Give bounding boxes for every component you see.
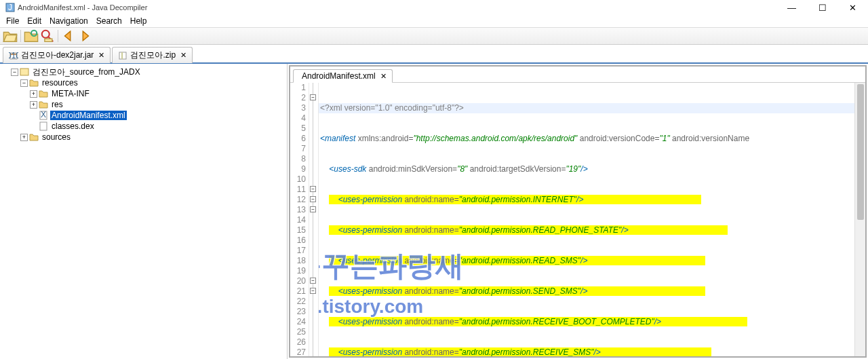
project-icon [20,67,29,77]
tab-label: 검진모아-dex2jar.jar [21,50,94,61]
tree-manifest[interactable]: X AndroidManifest.xml [3,110,284,121]
editor-tabs: X AndroidManifest.xml ✕ [290,67,865,83]
watermark-url: wezard4u.tistory.com [319,301,423,311]
file-tabs: 010 검진모아-dex2jar.jar ✕ 검진모아.zip ✕ [0,45,868,64]
search-icon[interactable] [40,29,55,43]
tree-res[interactable]: + res [3,99,284,110]
menubar: File Edit Navigation Search Help [0,15,868,27]
expand-icon[interactable]: + [30,101,37,109]
tree-root[interactable]: − 검진모아_source_from_JADX [3,67,284,77]
fold-icon[interactable]: − [310,278,316,284]
code-area[interactable]: 1234567891011121314151617181920212223242… [290,83,865,356]
line-gutter: 1234567891011121314151617181920212223242… [290,83,309,356]
titlebar: J AndroidManifest.xml - Java Decompiler … [0,0,868,15]
svg-point-3 [42,31,50,38]
svg-rect-10 [121,52,123,59]
tree-metainf[interactable]: + META-INF [3,88,284,99]
tree-sources[interactable]: + sources [3,132,284,143]
tab-jar[interactable]: 010 검진모아-dex2jar.jar ✕ [3,47,111,63]
close-icon[interactable]: ✕ [380,72,387,81]
menu-navigation[interactable]: Navigation [46,16,92,26]
open-type-icon[interactable] [24,29,39,43]
svg-rect-5 [45,39,52,41]
fold-icon[interactable]: − [310,186,316,192]
editor-tab-manifest[interactable]: X AndroidManifest.xml ✕ [293,69,393,83]
vertical-scrollbar[interactable] [854,83,865,356]
svg-rect-14 [40,122,47,130]
collapse-icon[interactable]: − [20,79,28,87]
fold-icon[interactable]: − [310,94,316,100]
tab-label: 검진모아.zip [130,50,176,61]
editor-panel: X AndroidManifest.xml ✕ 1234567891011121… [289,65,867,358]
fold-icon[interactable]: − [310,196,316,202]
editor-tab-label: AndroidManifest.xml [302,71,376,81]
folder-icon [39,100,48,109]
file-icon [39,121,48,131]
svg-rect-11 [20,69,28,75]
app-icon: J [5,3,15,12]
xml-icon: X [39,111,48,120]
open-file-icon[interactable] [3,29,18,43]
maximize-button[interactable]: ☐ [807,0,837,15]
tree-resources[interactable]: − resources [3,77,284,88]
svg-text:010: 010 [9,51,18,60]
folder-icon [29,78,39,88]
minimize-button[interactable]: — [776,0,807,15]
forward-icon[interactable] [77,29,92,43]
collapse-icon[interactable]: − [11,69,18,76]
fold-column[interactable]: − − − − − − [309,83,319,356]
tree-classes[interactable]: classes.dex [3,121,284,132]
toolbar [0,27,868,45]
menu-search[interactable]: Search [93,16,125,26]
fold-icon[interactable]: − [310,206,316,212]
menu-file[interactable]: File [3,16,22,26]
tree-panel[interactable]: − 검진모아_source_from_JADX − resources + ME… [0,64,288,359]
svg-text:X: X [41,111,46,119]
close-icon[interactable]: ✕ [180,51,186,60]
code-content[interactable]: <?xml version="1.0" encoding="utf-8"?> <… [319,83,865,356]
folder-icon [29,132,39,142]
fold-icon[interactable]: − [310,288,316,294]
folder-icon [39,89,48,98]
menu-help[interactable]: Help [127,16,151,26]
menu-edit[interactable]: Edit [24,16,45,26]
window-title: AndroidManifest.xml - Java Decompiler [18,3,147,12]
close-button[interactable]: ✕ [837,0,868,15]
zip-icon [118,51,127,60]
main-area: − 검진모아_source_from_JADX − resources + ME… [0,64,868,359]
expand-icon[interactable]: + [20,134,28,141]
back-icon[interactable] [61,29,76,43]
close-icon[interactable]: ✕ [98,51,104,60]
svg-text:J: J [8,3,12,12]
expand-icon[interactable]: + [30,90,37,98]
jar-icon: 010 [9,51,18,60]
window-controls: — ☐ ✕ [776,0,868,15]
tab-zip[interactable]: 검진모아.zip ✕ [112,47,193,63]
